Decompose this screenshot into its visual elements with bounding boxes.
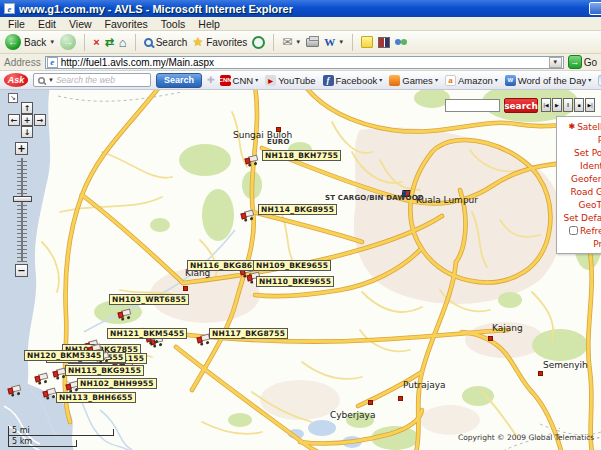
address-dropdown-button[interactable]: ▼ (549, 57, 562, 68)
vehicle-label[interactable]: NH103_WRT6855 (109, 294, 189, 305)
map-search-button[interactable]: search (504, 98, 538, 113)
window-control-button[interactable] (589, 2, 601, 15)
toolbar-divider-icon: ✚ (207, 75, 215, 85)
skip-forward-button[interactable]: ▶| (585, 98, 595, 112)
map-search-input[interactable] (445, 99, 500, 112)
vehicle-label[interactable]: NH102_BHH9955 (77, 378, 157, 389)
vehicle-label[interactable]: NH117_BKG8755 (209, 328, 288, 339)
map-expand-button[interactable]: ↘ (8, 93, 18, 103)
vehicle-label[interactable]: NH115_BKG9155 (65, 365, 144, 376)
ask-link-word[interactable]: WWord of the Day▾ (505, 75, 591, 86)
menu-item-help[interactable]: Help (198, 18, 220, 30)
map-tool-refresh[interactable]: Refresh (557, 224, 601, 237)
pan-left-button[interactable]: ← (8, 114, 20, 126)
vehicle-label[interactable]: NH110_BKE9655 (256, 276, 334, 287)
go-label: Go (584, 57, 597, 68)
map-tool-label: Set Default (563, 213, 601, 223)
refresh-button[interactable]: ⇄ (105, 37, 114, 48)
ask-link-label: CNN (233, 75, 254, 86)
notes-button[interactable] (361, 36, 373, 48)
go-button[interactable]: → Go (568, 55, 597, 69)
ask-link-facebook[interactable]: fFacebook▾ (323, 75, 383, 86)
map-tool-pan[interactable]: Pan (557, 133, 601, 146)
scale-spine (8, 426, 9, 447)
history-button[interactable] (252, 36, 265, 49)
city-label-kuala-lumpur: Kuala Lumpur (416, 195, 478, 205)
scale-miles-label: 5 mi (12, 426, 30, 435)
menu-item-favorites[interactable]: Favorites (105, 18, 148, 30)
map-tool-label: Set Point (574, 148, 601, 158)
edit-button[interactable]: W ▼ (324, 36, 344, 48)
play-button[interactable]: ▶ (552, 98, 562, 112)
mail-icon: ✉ (282, 36, 292, 48)
forward-button[interactable]: → (60, 34, 76, 50)
menu-item-view[interactable]: View (69, 18, 92, 30)
pan-up-button[interactable]: ↑ (21, 102, 33, 114)
caret-down-icon: ▾ (588, 77, 591, 83)
address-label: Address (4, 57, 41, 68)
zoom-slider-track[interactable] (21, 158, 23, 262)
map-tool-label: Refresh (580, 226, 601, 236)
vehicle-label[interactable]: NH121_BKM5455 (107, 328, 187, 339)
search-options-caret-icon[interactable]: ▼ (48, 77, 54, 83)
messenger-button[interactable] (395, 37, 408, 48)
address-input[interactable] (61, 57, 546, 68)
map-tool-geofence[interactable]: Geofence (557, 172, 601, 185)
map-tool-identify[interactable]: Identify (557, 159, 601, 172)
zoom-slider-handle[interactable] (13, 196, 32, 202)
ask-link-youtube[interactable]: ▶YouTube (265, 75, 315, 86)
pan-down-button[interactable]: ↓ (21, 126, 33, 138)
refresh-checkbox[interactable] (569, 226, 578, 235)
zoom-out-button[interactable]: − (15, 264, 28, 277)
map-tool-set-default[interactable]: Set Default (557, 211, 601, 224)
stop-button[interactable]: × (93, 37, 99, 48)
map-tool-set-point[interactable]: Set Point (557, 146, 601, 159)
menu-item-tools[interactable]: Tools (161, 18, 186, 30)
map-tool-satellite[interactable]: ✱Satellite (557, 120, 601, 133)
pan-right-button[interactable]: → (34, 114, 46, 126)
print-button[interactable] (306, 38, 319, 47)
vehicle-label[interactable]: NH109_BKE9655 (253, 260, 331, 271)
city-label-cyberjaya: Cyberjaya (330, 410, 375, 420)
pause-button[interactable]: ‖ (563, 98, 573, 112)
map-canvas[interactable]: ↘ ↑ ← + → ↓ + − search |◀▶‖■▶| ✱Satellit… (0, 90, 601, 450)
ask-link-amazon[interactable]: aAmazon▾ (445, 75, 498, 86)
scale-km-line (8, 446, 77, 447)
ask-search-input[interactable] (56, 75, 147, 85)
menu-item-edit[interactable]: Edit (38, 18, 56, 30)
menu-bar: FileEditViewFavoritesToolsHelp (0, 17, 601, 31)
ask-logo[interactable]: Ask (4, 73, 28, 87)
city-label-semenyih: Semenyih (543, 360, 588, 370)
search-button[interactable]: Search (144, 37, 188, 48)
vehicle-label[interactable]: NH120_BKM5345 (24, 350, 104, 361)
map-tool-label: Geofence (571, 174, 601, 184)
vehicle-label[interactable]: NH118_BKH7755 (262, 150, 341, 161)
skip-back-button[interactable]: |◀ (541, 98, 551, 112)
map-tool-geotool[interactable]: GeoTool (557, 198, 601, 211)
map-tool-print[interactable]: Print (557, 237, 601, 250)
menu-item-file[interactable]: File (8, 18, 25, 30)
favorites-label: Favorites (206, 37, 247, 48)
back-button[interactable]: ← Back ▼ (5, 34, 55, 50)
pan-center-button[interactable]: + (21, 114, 33, 126)
mail-button[interactable]: ✉ ▼ (282, 36, 301, 48)
edit-caret-icon: ▼ (338, 39, 344, 45)
ask-link-games[interactable]: Games▾ (389, 75, 438, 86)
city-label-putrajaya: Putrajaya (403, 380, 446, 390)
vehicle-label[interactable]: NH113_BHH6655 (56, 392, 136, 403)
ask-search-button[interactable]: Search (156, 73, 202, 88)
vehicle-label[interactable]: NH114_BKG8955 (258, 204, 337, 215)
map-tool-road-geo[interactable]: Road Geo (557, 185, 601, 198)
zoom-in-button[interactable]: + (15, 142, 28, 155)
truck-cab (244, 157, 250, 164)
poi-label: ST CARGO/BIN DAWOOD (325, 194, 424, 202)
poi-label: EURO (267, 138, 290, 146)
research-books-button[interactable] (378, 37, 390, 48)
truck-cab (34, 375, 40, 382)
stop-button[interactable]: ■ (574, 98, 584, 112)
window-title: www.g1.com.my - AVLS - Microsoft Interne… (19, 3, 293, 15)
ask-link-cnn[interactable]: CNNCNN▾ (220, 75, 259, 86)
home-button[interactable]: ⌂ (119, 36, 127, 49)
caret-down-icon: ▾ (435, 77, 438, 83)
favorites-button[interactable]: ★ Favorites (192, 36, 247, 48)
